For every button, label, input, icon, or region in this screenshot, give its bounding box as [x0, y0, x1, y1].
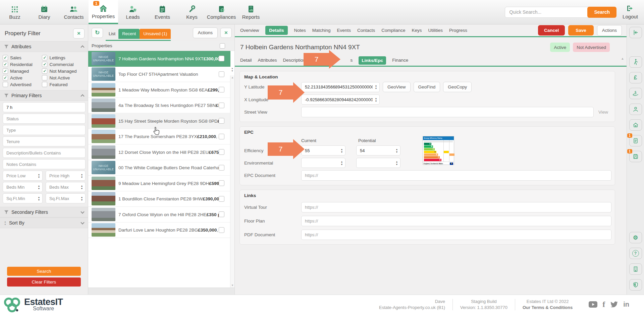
pound-icon[interactable]: £ — [629, 72, 642, 83]
footer-terms-link[interactable]: Our Terms & Conditions — [523, 305, 573, 311]
environmental-current-input[interactable] — [302, 161, 338, 166]
logout-button[interactable]: Logout — [623, 5, 638, 19]
stepper-icon[interactable]: ▲▼ — [373, 97, 379, 102]
person-icon[interactable] — [629, 104, 642, 115]
nav-item-compliances[interactable]: Compliances — [207, 0, 236, 24]
save-button[interactable]: Save — [568, 25, 594, 36]
nav-item-keys[interactable]: Keys — [177, 0, 207, 24]
stepper-icon[interactable]: ▲▼ — [36, 173, 42, 178]
subtab-attributes[interactable]: Attributes — [258, 58, 277, 63]
row-checkbox[interactable] — [219, 196, 224, 202]
select-all-checkbox[interactable] — [220, 43, 225, 49]
walking-person-icon[interactable] — [629, 56, 642, 68]
checkbox-commercial[interactable]: Commercial — [42, 62, 86, 67]
checkbox-lettings[interactable]: Lettings — [42, 55, 86, 60]
youtube-icon[interactable] — [589, 301, 597, 308]
x-longitude-input[interactable] — [302, 97, 373, 102]
checkbox-featured[interactable]: Featured — [42, 82, 86, 87]
price-high-input[interactable] — [46, 173, 78, 178]
checkbox-managed[interactable]: Managed — [3, 68, 41, 74]
row-checkbox[interactable] — [219, 118, 224, 124]
checkbox-not-managed[interactable]: Not Managed — [42, 68, 86, 74]
save-icon[interactable]: 1 — [629, 151, 642, 162]
nav-item-buzz[interactable]: Buzz — [0, 0, 30, 24]
row-checkbox[interactable] — [219, 149, 224, 155]
row-checkbox[interactable] — [219, 180, 224, 186]
sqft-min-input[interactable] — [3, 196, 36, 201]
environmental-potential-input[interactable] — [357, 161, 393, 166]
sqft-max-input[interactable] — [46, 196, 78, 201]
stepper-icon[interactable]: ▲▼ — [78, 173, 85, 178]
quick-search-button[interactable]: Search — [587, 7, 616, 18]
geoview-button[interactable]: GeoView — [383, 82, 411, 92]
tab-notes[interactable]: Notes — [294, 28, 306, 33]
nav-item-diary[interactable]: Diary — [30, 0, 59, 24]
status-filter-input[interactable] — [3, 114, 86, 124]
nav-item-properties[interactable]: 1 Properties — [89, 0, 118, 24]
property-row[interactable]: IMAGEUNAVAILABLE Top Floor CH7 5THApartm… — [88, 67, 230, 82]
stepper-icon[interactable]: ▲▼ — [78, 185, 85, 190]
tab-utilities[interactable]: Utilities — [428, 28, 443, 33]
beds-min-input[interactable] — [3, 185, 36, 190]
y-latitude-input[interactable] — [302, 84, 373, 89]
property-row[interactable]: IMAGEUNAVAILABLE 00 The White Cottage Bu… — [88, 160, 230, 176]
stepper-icon[interactable]: ▲▼ — [338, 161, 345, 166]
property-row[interactable]: 9 Meadow Lane Hemingford Grey PE28 9DH£5… — [88, 176, 230, 191]
row-checkbox[interactable] — [219, 87, 224, 92]
stepper-icon[interactable]: ▲▼ — [373, 84, 379, 89]
tab-keys[interactable]: Keys — [412, 28, 422, 33]
settings-gear-icon[interactable]: ⚙ — [629, 232, 642, 243]
row-checkbox[interactable] — [219, 103, 224, 108]
stepper-icon[interactable]: ▲▼ — [393, 161, 400, 166]
sort-by-section-header[interactable]: ▲▼ Sort By — [0, 217, 88, 228]
row-checkbox[interactable] — [219, 56, 224, 61]
detail-actions-button[interactable]: Actions — [597, 25, 622, 36]
virtual-tour-input[interactable] — [301, 202, 611, 212]
twitter-icon[interactable] — [610, 301, 618, 308]
checkbox-advertised[interactable]: Advertised — [3, 82, 41, 87]
pdf-document-input[interactable] — [301, 230, 611, 240]
street-view-input[interactable] — [301, 107, 594, 117]
subtab-finance[interactable]: Finance — [392, 58, 408, 63]
home-icon[interactable] — [629, 119, 642, 131]
nav-item-contacts[interactable]: Contacts — [59, 0, 89, 24]
property-row[interactable]: 15 Hay Street Steeple Morden Royston SG8… — [88, 113, 230, 129]
property-row[interactable]: Darfuri Love Lane Houghton PE28 2BG£350,… — [88, 223, 230, 238]
secondary-filters-section-header[interactable]: Secondary Filters — [0, 207, 88, 217]
row-checkbox[interactable] — [219, 71, 224, 77]
collapse-panel-button[interactable] — [629, 27, 642, 38]
filter-search-button[interactable]: Search — [7, 267, 81, 276]
property-row[interactable]: 7 Oxford Close Wyton on the Hill PE28 2H… — [88, 207, 230, 223]
area-filter-input[interactable] — [3, 102, 86, 112]
property-row[interactable]: 17 The Pasture Somersham PE28 3YX£210,00… — [88, 129, 230, 145]
stepper-icon[interactable]: ▲▼ — [36, 196, 42, 201]
row-checkbox[interactable] — [219, 227, 224, 233]
stepper-icon[interactable]: ▲▼ — [78, 196, 85, 201]
shield-icon[interactable] — [629, 279, 642, 291]
help-icon[interactable]: ? — [629, 248, 642, 259]
quick-search-input[interactable] — [505, 7, 589, 18]
price-low-input[interactable] — [3, 173, 36, 178]
refresh-button[interactable]: ↻ — [92, 28, 103, 38]
efficiency-current-input[interactable] — [302, 148, 338, 153]
tab-details[interactable]: Details — [265, 26, 287, 35]
primary-filters-section-header[interactable]: Primary Filters — [0, 90, 88, 101]
row-checkbox[interactable] — [219, 211, 224, 217]
checkbox-sales[interactable]: Sales — [3, 55, 41, 60]
epc-document-input[interactable] — [301, 170, 611, 181]
street-view-view-button[interactable]: View — [598, 110, 608, 115]
tab-recent[interactable]: Recent — [118, 29, 140, 39]
subtab-links-epc[interactable]: Links/Epc — [359, 56, 386, 65]
subtab-descriptions[interactable]: Descriptions — [283, 58, 308, 63]
stepper-icon[interactable]: ▲▼ — [393, 148, 400, 153]
checkbox-active[interactable]: Active — [3, 75, 41, 80]
property-row[interactable]: 12 Dorset Close Wyton on the Hill PE28 2… — [88, 144, 230, 160]
list-scrollbar[interactable]: ▲▼ — [230, 75, 234, 288]
checkbox-residential[interactable]: Residential — [3, 62, 41, 67]
cancel-button[interactable]: Cancel — [538, 25, 565, 36]
property-row[interactable]: IMAGEUNAVAILABLE 7 Holbein Gardens North… — [88, 51, 230, 67]
tab-events[interactable]: Events — [337, 28, 351, 33]
beds-max-input[interactable] — [46, 185, 78, 190]
property-row[interactable]: 1 Bourdillon Close Fenstanton PE28 9HW£3… — [88, 191, 230, 207]
efficiency-potential-input[interactable] — [357, 148, 393, 153]
